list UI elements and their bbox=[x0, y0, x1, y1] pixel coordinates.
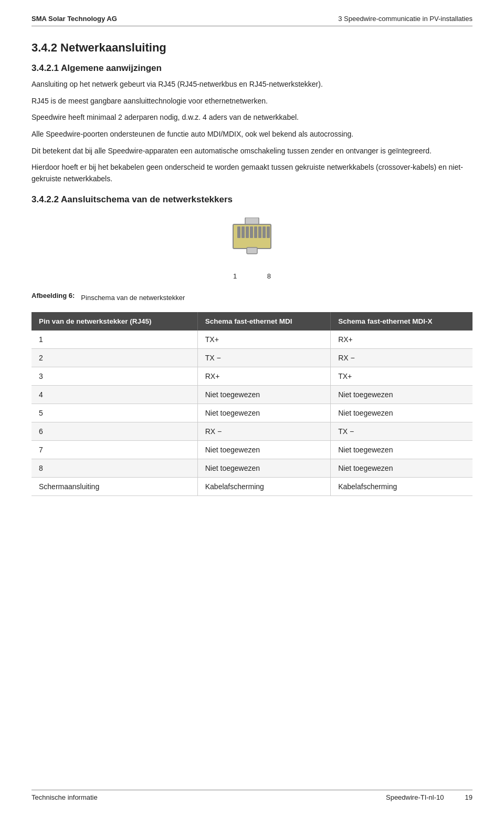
page: SMA Solar Technology AG 3 Speedwire-comm… bbox=[0, 0, 504, 816]
table-cell-7-1: Niet toegewezen bbox=[197, 459, 330, 477]
table-cell-5-2: TX − bbox=[331, 422, 472, 440]
table-header-pin: Pin van de netwerkstekker (RJ45) bbox=[32, 312, 197, 330]
table-row: 2TX −RX − bbox=[32, 348, 472, 367]
table-cell-4-1: Niet toegewezen bbox=[197, 404, 330, 422]
table-row: SchermaansluitingKabelafschermingKabelaf… bbox=[32, 477, 472, 495]
table-cell-5-0: 6 bbox=[32, 422, 197, 440]
table-cell-2-1: RX+ bbox=[197, 367, 330, 385]
header-company: SMA Solar Technology AG bbox=[32, 15, 117, 23]
figure-caption-row: Afbeelding 6: Pinschema van de netwerkst… bbox=[32, 290, 472, 302]
table-cell-4-2: Niet toegewezen bbox=[331, 404, 472, 422]
table-cell-0-2: RX+ bbox=[331, 330, 472, 349]
footer-left-label: Technische informatie bbox=[32, 793, 98, 801]
para-4: Alle Speedwire-poorten ondersteunen de f… bbox=[32, 129, 472, 140]
header-chapter: 3 Speedwire-communicatie in PV-installat… bbox=[338, 15, 472, 23]
table-header-row: Pin van de netwerkstekker (RJ45) Schema … bbox=[32, 312, 472, 330]
page-footer: Technische informatie Speedwire-TI-nl-10… bbox=[32, 790, 472, 801]
pin-number-right: 8 bbox=[267, 272, 271, 280]
table-cell-6-2: Niet toegewezen bbox=[331, 440, 472, 459]
table-cell-2-0: 3 bbox=[32, 367, 197, 385]
para-6: Hierdoor hoeft er bij het bekabelen geen… bbox=[32, 162, 472, 184]
figure-caption-label: Afbeelding 6: bbox=[32, 292, 75, 299]
svg-rect-0 bbox=[245, 218, 259, 225]
page-header: SMA Solar Technology AG 3 Speedwire-comm… bbox=[32, 15, 472, 26]
section-3422-title: 3.4.2.2 Aansluitschema van de netwerkste… bbox=[32, 194, 472, 205]
table-cell-7-2: Niet toegewezen bbox=[331, 459, 472, 477]
svg-rect-8 bbox=[262, 226, 266, 238]
table-row: 6RX −TX − bbox=[32, 422, 472, 440]
svg-rect-6 bbox=[254, 226, 257, 238]
connector-diagram-section: 1 8 bbox=[32, 218, 472, 284]
pin-number-left: 1 bbox=[233, 272, 237, 280]
rj45-diagram: 1 8 bbox=[226, 218, 278, 280]
table-cell-4-0: 5 bbox=[32, 404, 197, 422]
table-header-mdix: Schema fast-ethernet MDI-X bbox=[331, 312, 472, 330]
para-1: Aansluiting op het netwerk gebeurt via R… bbox=[32, 79, 472, 90]
svg-rect-2 bbox=[237, 226, 240, 238]
table-cell-6-0: 7 bbox=[32, 440, 197, 459]
table-cell-1-0: 2 bbox=[32, 348, 197, 367]
table-cell-3-0: 4 bbox=[32, 385, 197, 404]
table-cell-8-2: Kabelafscherming bbox=[331, 477, 472, 495]
table-cell-3-2: Niet toegewezen bbox=[331, 385, 472, 404]
svg-rect-7 bbox=[258, 226, 261, 238]
section-3421-title: 3.4.2.1 Algemene aanwijzingen bbox=[32, 63, 472, 74]
svg-rect-5 bbox=[250, 226, 253, 238]
table-header-mdi: Schema fast-ethernet MDI bbox=[197, 312, 330, 330]
footer-page-number: 19 bbox=[465, 793, 472, 801]
para-3: Speedwire heeft minimaal 2 aderparen nod… bbox=[32, 112, 472, 123]
table-row: 7Niet toegewezenNiet toegewezen bbox=[32, 440, 472, 459]
section-342-title: 3.4.2 Netwerkaansluiting bbox=[32, 41, 472, 55]
svg-rect-9 bbox=[267, 226, 270, 238]
table-row: 5Niet toegewezenNiet toegewezen bbox=[32, 404, 472, 422]
svg-rect-3 bbox=[242, 226, 245, 238]
footer-right: Speedwire-TI-nl-10 19 bbox=[386, 793, 472, 801]
table-cell-1-2: RX − bbox=[331, 348, 472, 367]
table-row: 1TX+RX+ bbox=[32, 330, 472, 349]
table-row: 8Niet toegewezenNiet toegewezen bbox=[32, 459, 472, 477]
pin-table: Pin van de netwerkstekker (RJ45) Schema … bbox=[32, 312, 472, 496]
table-cell-2-2: TX+ bbox=[331, 367, 472, 385]
table-cell-8-0: Schermaansluiting bbox=[32, 477, 197, 495]
para-2: RJ45 is de meest gangbare aansluittechno… bbox=[32, 96, 472, 107]
table-cell-6-1: Niet toegewezen bbox=[197, 440, 330, 459]
figure-caption-text: Pinschema van de netwerkstekker bbox=[81, 294, 472, 302]
para-5: Dit betekent dat bij alle Speedwire-appa… bbox=[32, 146, 472, 157]
table-cell-5-1: RX − bbox=[197, 422, 330, 440]
table-cell-0-0: 1 bbox=[32, 330, 197, 349]
rj45-svg bbox=[226, 218, 278, 265]
table-cell-0-1: TX+ bbox=[197, 330, 330, 349]
svg-rect-4 bbox=[246, 226, 249, 238]
table-cell-1-1: TX − bbox=[197, 348, 330, 367]
footer-doc-id: Speedwire-TI-nl-10 bbox=[386, 793, 444, 801]
table-cell-8-1: Kabelafscherming bbox=[197, 477, 330, 495]
table-cell-7-0: 8 bbox=[32, 459, 197, 477]
table-row: 3RX+TX+ bbox=[32, 367, 472, 385]
table-row: 4Niet toegewezenNiet toegewezen bbox=[32, 385, 472, 404]
table-cell-3-1: Niet toegewezen bbox=[197, 385, 330, 404]
pin-numbers: 1 8 bbox=[233, 272, 271, 280]
svg-rect-10 bbox=[247, 247, 257, 254]
